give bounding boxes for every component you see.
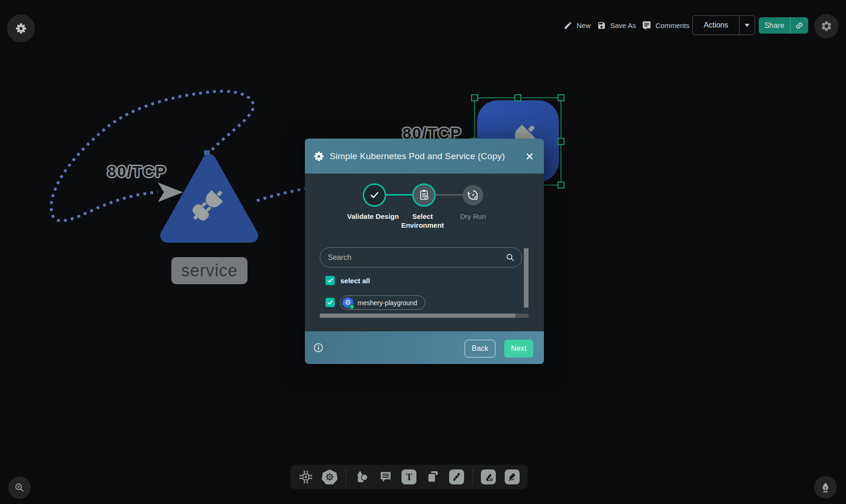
chevron-down-icon [745,24,749,29]
check-icon [327,277,333,284]
kubernetes-icon [322,469,338,484]
step-validate-design[interactable] [363,183,386,207]
meshery-logo-icon [15,22,27,35]
status-dot [349,304,354,309]
components-tool[interactable] [298,469,314,485]
media-icon [425,469,440,484]
share-label: Share [759,21,790,30]
close-button[interactable]: × [523,149,536,163]
pen-nib-icon [820,482,831,493]
scrollbar-thumb[interactable] [524,248,529,308]
service-node-label: service [171,257,247,284]
actions-label: Actions [693,21,739,29]
deploy-stepper-modal: Simple Kubernetes Pod and Service (Copy)… [305,139,544,364]
search-input[interactable] [327,253,501,262]
pencil-doodle-icon [505,469,520,484]
gear-icon [820,20,832,32]
vertical-scrollbar[interactable] [524,247,529,312]
dry-run-icon [467,189,479,201]
horizontal-scrollbar[interactable] [320,314,515,318]
kubernetes-tool[interactable] [322,469,338,485]
edge-anchor [204,150,210,155]
settings-button[interactable] [814,14,839,38]
environment-search [320,247,522,267]
text-tool[interactable]: T [401,469,417,485]
share-button[interactable]: Share [759,17,808,34]
zoom-in-button[interactable] [8,476,31,499]
save-icon [597,21,606,30]
port-label: 80/TCP [107,162,167,181]
sketch-tool[interactable] [504,469,520,485]
comment-icon [379,470,393,484]
select-all-checkbox[interactable] [325,276,335,285]
comments-button[interactable]: Comments [642,18,690,33]
check-icon [327,299,333,306]
pen-tool-icon [481,469,496,484]
actions-expand-button[interactable] [740,21,754,29]
zoom-in-icon [14,482,25,493]
actions-dropdown[interactable]: Actions [692,15,755,35]
shapes-tool[interactable] [354,469,370,485]
toolbar-divider [472,468,473,486]
check-icon [369,189,380,201]
meshery-logo-icon [313,151,324,162]
stepper-connector-complete [385,194,414,196]
back-button[interactable]: Back [465,340,495,357]
media-tool[interactable] [425,469,441,485]
copy-link-button[interactable] [790,21,808,30]
comments-label: Comments [656,21,690,29]
link-nodes-icon [449,469,464,484]
step-label-select-environment: Select Environment [395,212,450,230]
modal-footer: Back Next [305,331,544,364]
edge-arrowhead [158,182,183,202]
meshery-logo-button[interactable] [7,14,35,42]
comment-icon [642,21,651,30]
pencil-icon [564,21,572,30]
step-label-dry-run: Dry Run [446,212,500,221]
text-icon: T [402,469,416,484]
environment-checkbox[interactable] [325,298,335,307]
environment-chip[interactable]: meshery-playground [340,295,425,310]
step-select-environment[interactable] [412,183,436,207]
circuit-icon [298,469,314,485]
save-as-label: Save As [610,21,636,29]
pen-tool[interactable] [481,469,497,485]
environment-name: meshery-playground [358,299,417,307]
scrollbar-corner [515,314,529,318]
save-as-button[interactable]: Save As [597,18,636,33]
shapes-icon [354,469,369,484]
search-icon[interactable] [505,252,515,262]
next-button[interactable]: Next [504,340,533,357]
info-icon[interactable] [313,343,324,353]
new-button[interactable]: New [564,18,591,33]
stepper-connector-pending [435,194,464,196]
canvas-toolbar: T [290,465,528,489]
toolbar-divider [345,468,346,486]
modal-title: Simple Kubernetes Pod and Service (Copy) [330,151,518,161]
comment-tool[interactable] [378,469,394,485]
fountain-pen-button[interactable] [814,476,837,498]
new-label: New [577,21,591,29]
relationship-tool[interactable] [449,469,465,485]
step-dry-run [463,185,483,205]
kubernetes-icon [342,297,353,308]
select-all-label: select all [340,277,370,285]
step-label-validate-design: Validate Design [346,212,400,221]
modal-header: Simple Kubernetes Pod and Service (Copy)… [305,139,544,174]
link-icon [795,21,804,30]
clipboard-gear-icon [418,189,430,201]
